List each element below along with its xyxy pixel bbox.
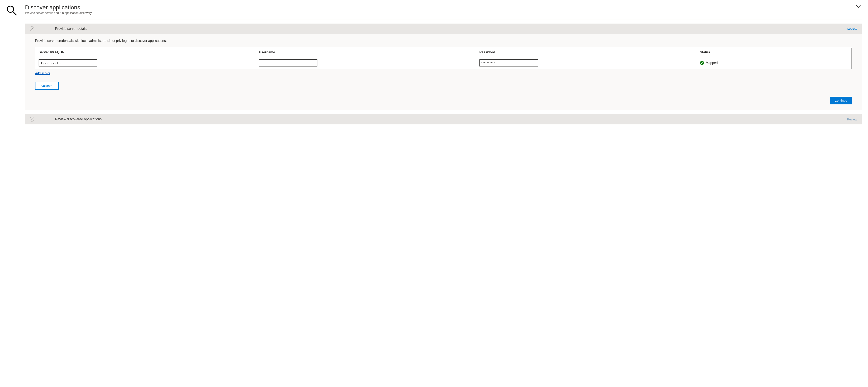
status-text: Mapped [706, 61, 718, 65]
svg-line-1 [13, 12, 16, 15]
instructions-text: Provide server credentials with local ad… [35, 39, 852, 43]
divider [25, 20, 862, 20]
check-circle-icon [30, 117, 34, 122]
chevron-down-icon[interactable] [856, 4, 862, 9]
server-ip-input[interactable] [39, 59, 97, 66]
username-input[interactable] [259, 59, 317, 66]
review-link[interactable]: Review [847, 27, 857, 31]
step-header: Provide server details Review [25, 24, 862, 34]
page-subtitle: Provide server details and run applicati… [25, 11, 92, 14]
step-title: Review discovered applications [55, 117, 101, 121]
validate-button[interactable]: Validate [35, 82, 59, 90]
col-username: Username [256, 48, 476, 57]
svg-point-0 [7, 6, 13, 12]
password-input[interactable] [479, 59, 538, 66]
step-provide-server-details: Provide server details Review Provide se… [25, 24, 862, 110]
server-table: Server IP/ FQDN Username Password Status [35, 48, 852, 69]
step-review-discovered: Review discovered applications Review [25, 114, 862, 124]
col-status: Status [696, 48, 852, 57]
step-header: Review discovered applications Review [25, 114, 862, 124]
review-link[interactable]: Review [847, 118, 857, 121]
check-circle-icon [30, 27, 34, 31]
page-title: Discover applications [25, 4, 92, 11]
step-title: Provide server details [55, 27, 87, 31]
search-icon [6, 13, 17, 17]
status-success-icon [700, 61, 704, 65]
col-server: Server IP/ FQDN [35, 48, 256, 57]
table-row: Mapped [35, 57, 852, 69]
add-server-link[interactable]: Add server [35, 71, 50, 75]
continue-button[interactable]: Continue [830, 97, 852, 104]
col-password: Password [476, 48, 696, 57]
